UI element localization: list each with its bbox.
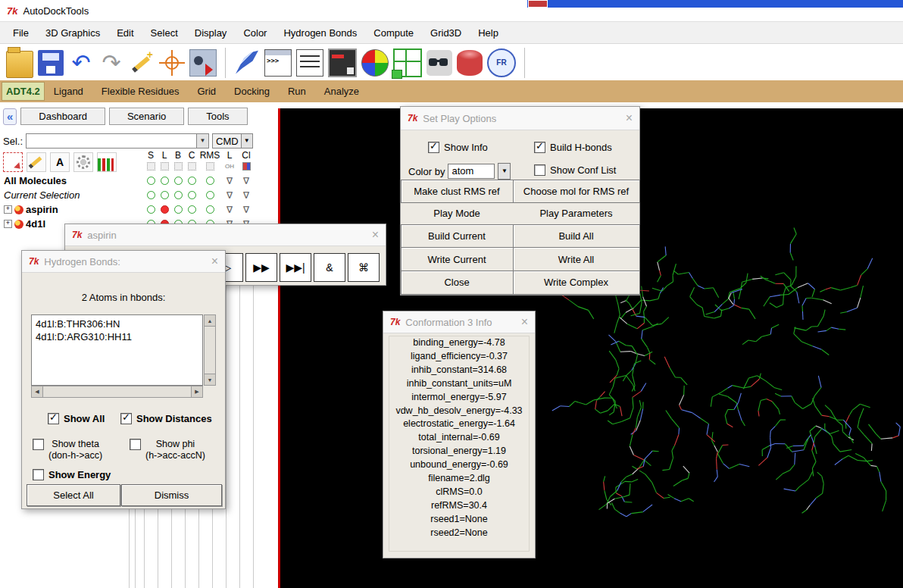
write-current-button[interactable]: Write Current: [401, 247, 514, 271]
3d-glasses-icon[interactable]: [427, 50, 452, 76]
show-phi-checkbox[interactable]: [130, 439, 141, 450]
display-circle-toggle[interactable]: [185, 205, 198, 215]
conformation-info-titlebar[interactable]: 7k Conformation 3 Info ×: [383, 311, 535, 333]
hbonds-listbox[interactable]: 4d1l:B:THR306:HN4d1l:D:ARG310:HH11: [31, 314, 203, 386]
tree-item-label[interactable]: Current Selection: [4, 189, 80, 201]
command-button[interactable]: ⌘: [348, 253, 380, 282]
select-grid-icon[interactable]: [3, 152, 23, 172]
cmd-dropdown[interactable]: CMD ▼: [212, 133, 253, 149]
choose-mol-for-rms-ref-button[interactable]: Choose mol for RMS ref: [513, 180, 640, 204]
display-triangle-toggle[interactable]: [221, 205, 238, 215]
close-button[interactable]: Close: [401, 271, 514, 295]
chevron-down-icon[interactable]: ▼: [241, 134, 252, 148]
display-circle-toggle[interactable]: [144, 176, 158, 186]
display-triangle-toggle[interactable]: [238, 205, 255, 215]
fr-badge-icon[interactable]: FR: [487, 48, 516, 77]
display-triangle-toggle[interactable]: [221, 176, 238, 186]
expand-icon[interactable]: [4, 205, 12, 214]
monitor-icon[interactable]: [328, 48, 357, 77]
menu-edit[interactable]: Edit: [108, 23, 142, 42]
ampersand-button[interactable]: &: [314, 253, 345, 282]
play-mode-button[interactable]: Play Mode: [401, 202, 514, 225]
display-circle-toggle[interactable]: [158, 176, 171, 186]
display-circle-toggle[interactable]: [158, 205, 171, 215]
undo-icon[interactable]: [68, 50, 94, 76]
show-theta-checkbox[interactable]: [33, 439, 44, 450]
sidebar-tab-scenario[interactable]: Scenario: [109, 108, 184, 125]
display-circle-toggle[interactable]: [198, 176, 221, 186]
menu-grid3d[interactable]: Grid3D: [422, 23, 470, 42]
color-by-select[interactable]: atom: [448, 164, 495, 179]
display-circle-toggle[interactable]: [144, 190, 158, 201]
mode-tab-analyze[interactable]: Analyze: [315, 82, 368, 101]
display-triangle-toggle[interactable]: [221, 190, 238, 201]
gear-icon[interactable]: [73, 152, 93, 172]
display-circle-toggle[interactable]: [198, 190, 221, 201]
display-circle-toggle[interactable]: [144, 205, 158, 215]
text-lines-icon[interactable]: [296, 49, 323, 77]
hbond-atom-item[interactable]: 4d1l:B:THR306:HN: [36, 317, 198, 330]
build-all-button[interactable]: Build All: [513, 224, 640, 249]
mode-tab-docking[interactable]: Docking: [225, 82, 279, 101]
redo-icon[interactable]: [98, 50, 124, 76]
display-circle-toggle[interactable]: [171, 176, 185, 186]
python-shell-icon[interactable]: >>>: [264, 49, 292, 77]
set-play-options-titlebar[interactable]: 7k Set Play Options ×: [401, 107, 639, 130]
chevron-down-icon[interactable]: ▼: [498, 163, 511, 180]
pen-icon[interactable]: [234, 50, 260, 76]
play-parameters-button[interactable]: Play Parameters: [513, 202, 640, 225]
tree-item-label[interactable]: All Molecules: [4, 175, 67, 186]
show-all-checkbox[interactable]: [48, 413, 59, 424]
player-dialog-titlebar[interactable]: 7k aspirin ×: [65, 224, 386, 246]
horizontal-scrollbar[interactable]: ◀ ▶: [31, 386, 203, 398]
vertical-scrollbar[interactable]: ▲ ▼: [204, 314, 216, 386]
color-sphere-icon[interactable]: [361, 49, 389, 77]
display-triangle-toggle[interactable]: [238, 190, 255, 201]
mode-tab-flexible-residues[interactable]: Flexible Residues: [92, 82, 189, 101]
display-triangle-toggle[interactable]: [238, 176, 255, 186]
display-circle-toggle[interactable]: [185, 176, 198, 186]
display-circle-toggle[interactable]: [185, 190, 198, 201]
build-current-button[interactable]: Build Current: [401, 224, 514, 249]
camera-export-icon[interactable]: [189, 49, 217, 77]
histogram-icon[interactable]: [97, 152, 117, 172]
hbond-atom-item[interactable]: 4d1l:D:ARG310:HH11: [36, 330, 198, 343]
center-target-icon[interactable]: [159, 50, 185, 76]
pencil-spark-icon[interactable]: [129, 50, 155, 76]
label-a-icon[interactable]: A: [50, 152, 70, 172]
mode-tab-run[interactable]: Run: [279, 82, 315, 101]
show-distances-checkbox[interactable]: [120, 413, 132, 424]
mode-tab-ligand[interactable]: Ligand: [45, 82, 92, 101]
close-icon[interactable]: ×: [372, 229, 379, 241]
chevron-down-icon[interactable]: ▼: [196, 134, 208, 148]
menu-display[interactable]: Display: [186, 23, 236, 42]
select-all-button[interactable]: Select All: [27, 484, 120, 506]
collapse-panel-button[interactable]: «: [3, 108, 17, 125]
open-file-icon[interactable]: [6, 51, 33, 78]
expand-icon[interactable]: [4, 220, 12, 228]
scroll-right-icon[interactable]: ▶: [191, 386, 203, 398]
show-info-checkbox[interactable]: [428, 142, 439, 153]
sidebar-tab-tools[interactable]: Tools: [188, 108, 247, 125]
display-circle-toggle[interactable]: [171, 205, 185, 215]
show-conf-list-checkbox[interactable]: [534, 164, 545, 176]
go-to-end-button[interactable]: ▶▶|: [280, 253, 311, 282]
menu-3d-graphics[interactable]: 3D Graphics: [37, 23, 108, 42]
scroll-up-icon[interactable]: ▲: [204, 314, 216, 327]
write-complex-button[interactable]: Write Complex: [513, 271, 640, 295]
grid-box-icon[interactable]: [393, 48, 422, 77]
tree-item-label[interactable]: 4d1l: [26, 218, 45, 230]
make-clust-rms-ref-button[interactable]: Make clust RMS ref: [401, 180, 514, 204]
menu-help[interactable]: Help: [470, 23, 507, 42]
scroll-left-icon[interactable]: ◀: [31, 386, 43, 398]
menu-color[interactable]: Color: [235, 23, 275, 42]
background-window-titlebar[interactable]: [520, 0, 903, 8]
save-icon[interactable]: [38, 50, 64, 76]
close-icon[interactable]: ×: [521, 316, 528, 328]
build-hbonds-checkbox[interactable]: [534, 142, 545, 153]
display-circle-toggle[interactable]: [198, 205, 221, 215]
close-icon[interactable]: ×: [211, 255, 218, 267]
hydrogen-bonds-titlebar[interactable]: 7k Hydrogen Bonds: ×: [22, 251, 225, 273]
menu-file[interactable]: File: [5, 23, 37, 42]
show-energy-checkbox[interactable]: [33, 469, 44, 480]
